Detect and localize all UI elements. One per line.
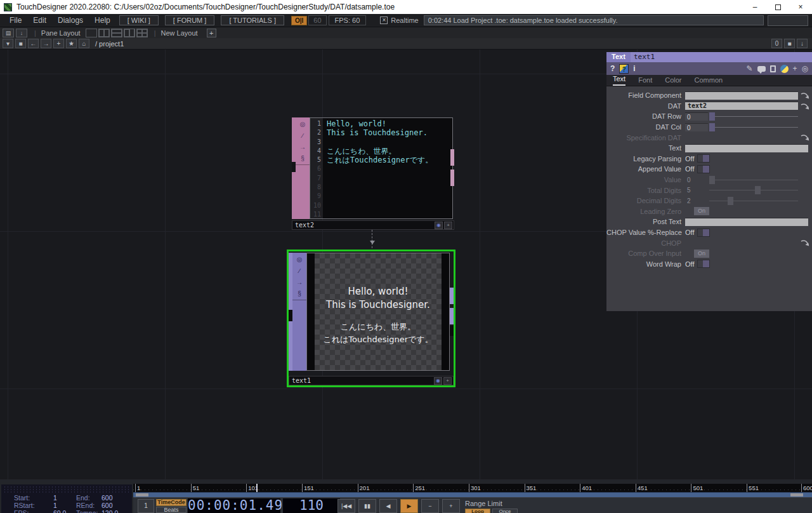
param-control[interactable]: Off [685,260,798,268]
network-pane-icon[interactable]: ■ [15,39,26,48]
param-control[interactable] [685,239,798,247]
param-field-input[interactable] [685,91,798,100]
tab-color[interactable]: Color [665,76,681,86]
decrement-button[interactable]: − [421,499,439,513]
node-flag-rail[interactable]: ◎∕→§ [292,253,306,371]
param-control[interactable]: text2 [685,102,798,110]
dock-flag-icon[interactable]: § [296,153,310,164]
param-slider-track[interactable] [709,176,798,184]
timeline-info-panel[interactable]: Start:1End:600RStart:1REnd:600FPS:60.0Te… [1,484,132,513]
tray-down-icon[interactable]: ↓ [797,39,808,48]
chat-bubble-icon[interactable] [757,66,766,72]
node-name[interactable]: text1 [289,377,434,384]
param-value[interactable]: 0 [685,176,708,184]
toggle-switch[interactable] [697,260,710,268]
help-icon[interactable]: ? [610,64,615,73]
add-bookmark-icon[interactable]: + [53,39,64,48]
dat-node-viewer[interactable]: 1234567891011 Hello, world!This is Touch… [310,117,453,219]
comment-pencil-icon[interactable]: ✎ [746,64,752,73]
param-slider-track[interactable] [709,123,798,131]
output-connector[interactable] [450,326,454,336]
display-flag-icon[interactable]: ∕ [292,265,306,277]
node-right-connectors[interactable] [450,253,454,371]
output-connector[interactable] [450,308,454,324]
power-fps-field[interactable]: 60 [308,15,326,25]
output-connector[interactable] [450,149,454,166]
param-field-input[interactable]: text2 [685,102,798,110]
menu-item-file[interactable]: File [4,16,27,25]
pane-maximize-icon[interactable]: ▤ [3,29,14,37]
loop-button[interactable]: Loop [465,509,490,513]
timecode-mode-button[interactable]: TimeCode [156,499,187,506]
clone-flag-icon[interactable]: → [296,142,310,153]
copy-page-icon[interactable] [770,65,776,72]
param-control[interactable]: Off [685,229,798,237]
toggle-switch[interactable]: On [694,207,709,215]
viewer-flag-icon[interactable]: ◎ [296,119,310,130]
popout-icon[interactable]: ■ [784,39,795,48]
param-control[interactable] [685,218,808,226]
param-control[interactable]: 5 [685,186,798,194]
pause-button[interactable]: ▮▮ [358,499,376,513]
node-viewer-toggle-icon[interactable]: ◉ [435,222,443,229]
link-button-tutorials[interactable]: [ TUTORIALS ] [221,15,284,25]
add-parameter-icon[interactable]: + [793,64,797,73]
node-flag-rail[interactable]: ◎∕→§ [296,117,310,219]
home-icon[interactable]: ⌂ [79,39,89,48]
dock-flag-icon[interactable]: § [292,288,306,300]
slider-handle[interactable] [709,123,715,131]
node-add-icon[interactable]: + [444,222,452,229]
param-control[interactable]: On [685,250,798,258]
info-icon[interactable]: i [633,64,635,73]
param-field-input[interactable] [685,144,808,152]
param-control[interactable] [685,133,798,142]
param-field-input[interactable] [685,218,808,226]
param-control[interactable]: On [685,207,798,215]
increment-button[interactable]: + [442,499,460,513]
python-mode-icon[interactable] [780,65,789,73]
param-control[interactable]: 0 [685,123,798,131]
param-value[interactable]: 0 [685,123,708,131]
node-viewer-toggle-icon[interactable]: ◉ [434,377,442,385]
back-arrow-icon[interactable]: ← [28,39,39,48]
fps-field[interactable]: FPS: 60 [329,15,367,25]
node-right-connectors[interactable] [450,117,454,219]
playhead-cursor[interactable] [256,484,258,492]
top-node-viewer[interactable]: Hello, world!This is Touchdesigner. こんにち… [306,253,450,371]
param-control[interactable] [685,144,808,152]
param-value[interactable]: 2 [685,197,708,205]
once-button[interactable]: Once [492,509,518,513]
beats-mode-button[interactable]: Beats [156,507,187,513]
realtime-toggle[interactable]: × Realtime [380,17,418,24]
param-slider-track[interactable] [709,112,798,121]
bookmark-star-icon[interactable]: ★ [66,39,77,48]
tab-common[interactable]: Common [695,76,723,86]
layout-split-vertical-button[interactable] [98,29,110,37]
export-arrow-icon[interactable] [801,91,811,100]
param-value[interactable]: 0 [685,112,708,121]
breadcrumb[interactable]: / project1 [95,40,124,48]
node-name-bar[interactable]: text2 ◉ + [292,220,454,230]
link-button-forum[interactable]: [ FORUM ] [165,15,215,25]
toggle-switch[interactable] [697,165,710,173]
viewer-flag-icon[interactable]: ◎ [292,254,306,265]
toggle-switch[interactable] [697,154,710,163]
tab-font[interactable]: Font [638,76,652,86]
close-button[interactable]: × [789,0,812,14]
param-control[interactable]: Off [685,154,798,163]
menu-item-dialogs[interactable]: Dialogs [52,16,89,25]
dat-rail-icons[interactable]: ◎∕→§ [296,117,310,165]
export-arrow-icon[interactable] [801,238,811,247]
pane-type-caret-icon[interactable]: ▾ [3,39,13,48]
node-text2-dat[interactable]: ◎∕→§ 1234567891011 Hello, world!This is … [292,116,454,230]
param-control[interactable]: Off [685,165,798,173]
clone-flag-icon[interactable]: → [292,277,306,288]
display-flag-icon[interactable]: ∕ [296,130,310,142]
slider-handle[interactable] [709,112,715,121]
node-add-icon[interactable]: + [443,377,452,385]
toggle-switch[interactable] [697,229,710,237]
param-control[interactable]: 2 [685,197,798,205]
toggle-switch[interactable]: On [694,250,709,258]
param-control[interactable]: 0 [685,176,798,184]
range-end-handle[interactable] [790,493,803,496]
